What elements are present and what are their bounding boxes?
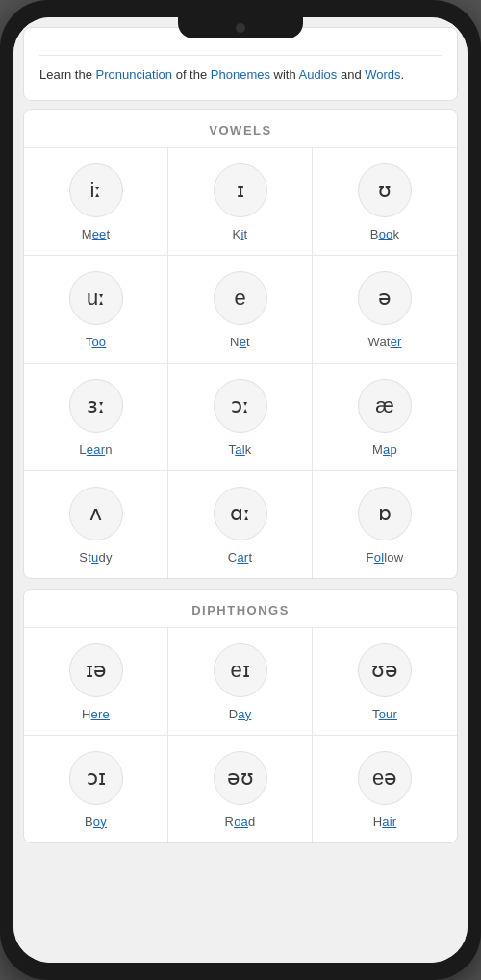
phoneme-highlight-road: oa (234, 815, 248, 829)
phoneme-word-meet: Meet (82, 227, 111, 241)
phoneme-cell-day[interactable]: eɪDay (168, 628, 313, 736)
phoneme-word-net: Net (230, 335, 250, 349)
phoneme-word-cart: Cart (228, 550, 252, 565)
phoneme-symbol-boy: ɔɪ (69, 751, 123, 805)
phoneme-cell-meet[interactable]: iːMeet (24, 148, 168, 256)
phoneme-symbol-follow: ɒ (358, 487, 412, 540)
phoneme-word-tour: Tour (372, 707, 397, 721)
phoneme-grid-diphthongs: ɪəHereeɪDayʊəTourɔɪBoyəʊRoadeəHair (24, 628, 457, 842)
section-title-vowels: VOWELS (24, 110, 457, 148)
sections-container: VOWELSiːMeetɪKitʊBookuːTooeNetəWaterɜːLe… (13, 109, 468, 843)
phoneme-highlight-talk: al (235, 442, 245, 457)
phoneme-word-follow: Follow (367, 550, 404, 565)
phoneme-highlight-cart: ar (237, 550, 248, 565)
phoneme-symbol-road: əʊ (214, 751, 267, 805)
phoneme-symbol-book: ʊ (358, 163, 412, 217)
phoneme-cell-study[interactable]: ʌStudy (24, 471, 168, 578)
phoneme-cell-here[interactable]: ɪəHere (24, 628, 168, 736)
phoneme-cell-talk[interactable]: ɔːTalk (168, 364, 313, 471)
phoneme-highlight-here: ere (91, 707, 110, 721)
phoneme-highlight-boy: oy (93, 815, 107, 829)
phoneme-highlight-book: oo (379, 227, 393, 241)
phoneme-word-road: Road (225, 815, 256, 829)
phoneme-highlight-meet: ee (92, 227, 107, 241)
highlight-pronunciation: Pronunciation (96, 67, 173, 82)
phoneme-word-talk: Talk (229, 442, 252, 457)
phoneme-word-kit: Kit (233, 227, 248, 241)
phoneme-highlight-net: e (240, 335, 246, 349)
phoneme-symbol-net: e (214, 271, 267, 325)
phoneme-symbol-kit: ɪ (214, 163, 267, 217)
phoneme-highlight-water: er (391, 335, 402, 349)
phoneme-cell-kit[interactable]: ɪKit (168, 148, 313, 256)
phoneme-word-too: Too (86, 335, 107, 349)
phoneme-word-day: Day (229, 707, 252, 721)
phoneme-word-learn: Learn (79, 442, 112, 457)
phoneme-symbol-meet: iː (69, 163, 123, 217)
phone-screen: Learn the Pronunciation of the Phonemes … (13, 17, 468, 963)
header-divider (39, 55, 442, 56)
phoneme-cell-map[interactable]: æMap (313, 364, 457, 471)
phoneme-cell-net[interactable]: eNet (168, 256, 313, 364)
phoneme-word-here: Here (82, 707, 110, 721)
phoneme-word-hair: Hair (373, 815, 397, 829)
phoneme-symbol-water: ə (358, 271, 412, 325)
phoneme-symbol-map: æ (358, 379, 412, 433)
phone-notch (178, 17, 303, 38)
phoneme-cell-learn[interactable]: ɜːLearn (24, 364, 168, 471)
section-vowels: VOWELSiːMeetɪKitʊBookuːTooeNetəWaterɜːLe… (23, 109, 458, 579)
phoneme-cell-follow[interactable]: ɒFollow (313, 471, 457, 578)
phoneme-symbol-learn: ɜː (69, 379, 123, 433)
phoneme-word-map: Map (372, 442, 397, 457)
phoneme-cell-hair[interactable]: eəHair (313, 736, 457, 842)
phoneme-cell-road[interactable]: əʊRoad (168, 736, 313, 842)
phoneme-highlight-kit: i (240, 227, 243, 241)
phoneme-highlight-learn: ear (87, 442, 105, 457)
phoneme-cell-cart[interactable]: ɑːCart (168, 471, 313, 578)
phone-frame: Learn the Pronunciation of the Phonemes … (0, 0, 481, 980)
phoneme-symbol-here: ɪə (69, 643, 123, 697)
app-subtitle: Learn the Pronunciation of the Phonemes … (39, 65, 442, 85)
phoneme-highlight-hair: air (382, 815, 396, 829)
phoneme-highlight-follow: ol (374, 550, 385, 565)
phoneme-cell-tour[interactable]: ʊəTour (313, 628, 457, 736)
phoneme-highlight-map: a (383, 442, 390, 457)
phoneme-symbol-study: ʌ (69, 487, 123, 540)
phoneme-cell-boy[interactable]: ɔɪBoy (24, 736, 168, 842)
phoneme-highlight-tour: our (379, 707, 397, 721)
phoneme-symbol-day: eɪ (214, 643, 267, 697)
highlight-audios: Audios (299, 67, 338, 82)
phoneme-cell-too[interactable]: uːToo (24, 256, 168, 364)
highlight-words: Words (365, 67, 400, 82)
phoneme-symbol-hair: eə (358, 751, 412, 805)
phoneme-symbol-too: uː (69, 271, 123, 325)
phoneme-word-boy: Boy (85, 815, 107, 829)
phoneme-symbol-talk: ɔː (214, 379, 267, 433)
phoneme-word-water: Water (367, 335, 401, 349)
phoneme-cell-water[interactable]: əWater (313, 256, 457, 364)
phoneme-symbol-tour: ʊə (358, 643, 412, 697)
phoneme-highlight-too: oo (91, 335, 106, 349)
phoneme-highlight-study: u (91, 550, 98, 565)
section-diphthongs: DIPHTHONGSɪəHereeɪDayʊəTourɔɪBoyəʊRoadeə… (23, 589, 458, 843)
phoneme-grid-vowels: iːMeetɪKitʊBookuːTooeNetəWaterɜːLearnɔːT… (24, 148, 457, 578)
screen-content: Learn the Pronunciation of the Phonemes … (13, 17, 468, 963)
highlight-phonemes: Phonemes (211, 67, 270, 82)
phoneme-highlight-day: ay (238, 707, 251, 721)
phoneme-word-book: Book (370, 227, 399, 241)
section-title-diphthongs: DIPHTHONGS (24, 590, 457, 628)
phoneme-symbol-cart: ɑː (214, 487, 267, 540)
phoneme-cell-book[interactable]: ʊBook (313, 148, 457, 256)
camera-dot (236, 23, 245, 33)
phoneme-word-study: Study (79, 550, 112, 565)
